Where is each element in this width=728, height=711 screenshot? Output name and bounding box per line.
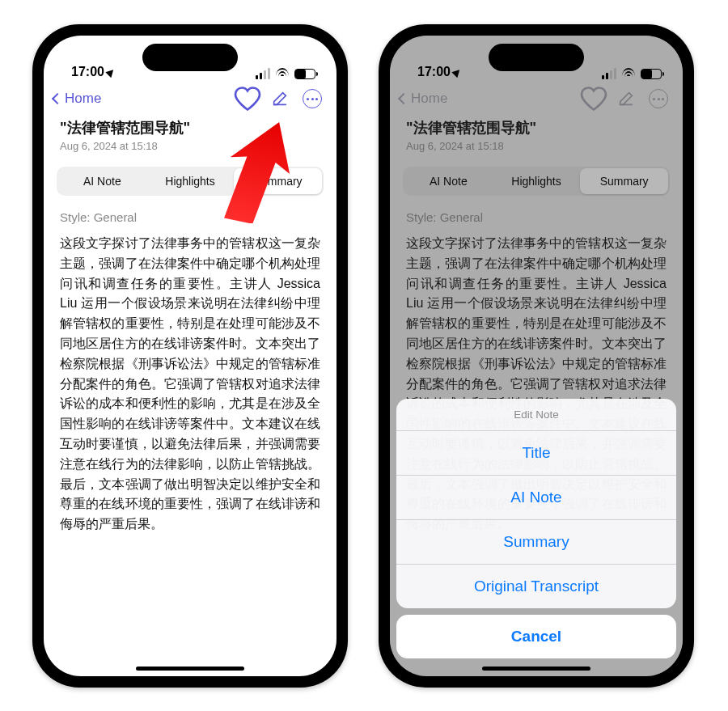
action-sheet-header: Edit Note: [396, 399, 676, 431]
note-title: "法律管辖范围导航": [60, 118, 320, 138]
more-button[interactable]: [298, 84, 327, 113]
more-icon: [303, 89, 322, 108]
action-sheet: Edit Note Title AI Note Summary Original…: [396, 399, 676, 608]
back-button[interactable]: Home: [53, 91, 101, 107]
action-sheet-item-ai-note[interactable]: AI Note: [396, 476, 676, 520]
favorite-button[interactable]: [233, 84, 262, 113]
action-sheet-item-summary[interactable]: Summary: [396, 520, 676, 565]
pencil-icon: [271, 90, 289, 108]
nav-bar: Home: [44, 81, 336, 116]
dynamic-island: [489, 44, 584, 71]
home-indicator: [482, 667, 590, 671]
heart-icon: [233, 84, 262, 113]
back-label: Home: [65, 91, 101, 107]
note-header: "法律管辖范围导航" Aug 6, 2024 at 15:18: [44, 116, 336, 159]
note-date: Aug 6, 2024 at 15:18: [60, 140, 320, 152]
battery-icon: [294, 69, 315, 79]
wifi-icon: [275, 68, 290, 79]
action-sheet-backdrop[interactable]: Edit Note Title AI Note Summary Original…: [390, 36, 683, 676]
chevron-left-icon: [52, 93, 63, 104]
tab-highlights[interactable]: Highlights: [146, 168, 235, 194]
edit-button[interactable]: [265, 84, 294, 113]
status-time: 17:00: [71, 65, 104, 79]
dynamic-island: [142, 44, 238, 71]
summary-body: 这段文字探讨了法律事务中的管辖权这一复杂主题，强调了在法律案件中确定哪个机构处理…: [44, 231, 336, 551]
location-arrow-icon: [105, 66, 116, 77]
phone-left: 17:00 Home: [32, 24, 348, 688]
tab-ai-note[interactable]: AI Note: [58, 168, 146, 194]
style-label: Style: General: [44, 196, 336, 231]
action-sheet-item-title[interactable]: Title: [396, 431, 676, 476]
phone-right: 17:00 Home: [379, 24, 694, 688]
segmented-control: AI Note Highlights Summary: [57, 167, 324, 196]
action-sheet-item-transcript[interactable]: Original Transcript: [396, 565, 676, 608]
tab-summary[interactable]: Summary: [234, 168, 322, 194]
home-indicator: [136, 667, 244, 671]
action-sheet-cancel[interactable]: Cancel: [396, 615, 676, 658]
cellular-signal-icon: [256, 68, 270, 79]
